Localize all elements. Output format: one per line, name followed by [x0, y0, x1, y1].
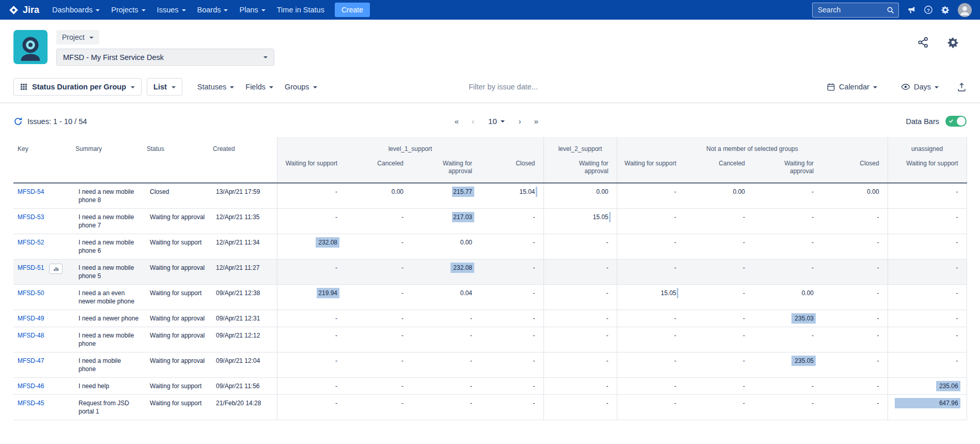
- nav-item-projects[interactable]: Projects: [105, 0, 151, 20]
- value-cell: -: [412, 378, 480, 395]
- value-cell: -: [617, 259, 685, 285]
- create-button[interactable]: Create: [335, 3, 370, 17]
- issue-key-link-mfsd-48[interactable]: MFSD-48: [18, 332, 44, 339]
- value-text: 217.03: [453, 213, 472, 221]
- table-row-mfsd-45: MFSD-45Request from JSD portal 1Waiting …: [13, 395, 967, 420]
- first-page-button[interactable]: «: [452, 117, 462, 126]
- column-header-level-1-support-canceled[interactable]: Canceled: [346, 156, 412, 183]
- value-cell: -: [822, 285, 888, 310]
- help-icon[interactable]: ?: [924, 5, 933, 14]
- nav-item-dashboards[interactable]: Dashboards: [46, 0, 105, 20]
- toolbar-menu-statuses[interactable]: Statuses: [192, 83, 240, 91]
- project-select-value: MFSD - My First Service Desk: [63, 53, 164, 62]
- search-box[interactable]: [812, 3, 899, 18]
- nav-item-boards[interactable]: Boards: [192, 0, 234, 20]
- project-type-dropdown[interactable]: Project: [56, 30, 99, 44]
- value-text: 232.08: [318, 239, 337, 246]
- column-header-not-a-member-of-selected-groups-closed[interactable]: Closed: [822, 156, 888, 183]
- value-cell: 0.00: [753, 285, 822, 310]
- value-cell: -: [346, 378, 412, 395]
- column-header-not-a-member-of-selected-groups-waiting-for-support[interactable]: Waiting for support: [617, 156, 685, 183]
- issue-key-link-mfsd-53[interactable]: MFSD-53: [18, 213, 44, 221]
- column-header-created[interactable]: Created: [209, 137, 277, 183]
- chart-icon-button[interactable]: [49, 264, 63, 274]
- nav-item-plans[interactable]: Plans: [234, 0, 271, 20]
- nav-item-label: Issues: [157, 6, 179, 14]
- report-type-dropdown[interactable]: Status Duration per Group: [13, 78, 142, 96]
- column-header-unassigned-waiting-for-support[interactable]: Waiting for support: [888, 156, 967, 183]
- value-text: -: [335, 332, 337, 339]
- export-icon[interactable]: [957, 82, 967, 92]
- toolbar-menu-groups[interactable]: Groups: [279, 83, 323, 91]
- project-select[interactable]: MFSD - My First Service Desk: [56, 49, 274, 66]
- value-cell: -: [617, 209, 685, 234]
- value-text: -: [877, 400, 879, 407]
- status-cell: Waiting for approval: [143, 310, 209, 327]
- user-avatar[interactable]: [958, 3, 972, 17]
- chevron-down-icon: [261, 9, 266, 11]
- value-text: -: [533, 289, 535, 297]
- issue-date-filter-input[interactable]: [468, 82, 589, 91]
- status-cell: Waiting for approval: [143, 353, 209, 378]
- settings-gear-icon[interactable]: [947, 36, 959, 49]
- share-icon[interactable]: [917, 36, 929, 49]
- time-unit-dropdown[interactable]: Days: [895, 82, 944, 91]
- column-header-summary[interactable]: Summary: [71, 137, 143, 183]
- value-cell: -: [822, 395, 888, 420]
- calendar-dropdown[interactable]: Calendar: [821, 83, 883, 91]
- issue-key-link-mfsd-49[interactable]: MFSD-49: [18, 315, 44, 322]
- next-page-button[interactable]: ›: [516, 117, 524, 126]
- value-cell: -: [480, 209, 543, 234]
- issue-key-link-mfsd-50[interactable]: MFSD-50: [18, 289, 44, 297]
- value-text: -: [335, 213, 337, 221]
- settings-icon[interactable]: [941, 5, 950, 14]
- summary-cell: I need a new mobile phone 5: [71, 259, 143, 285]
- nav-item-time-in-status[interactable]: Time in Status: [271, 0, 330, 20]
- value-text: -: [401, 332, 403, 339]
- nav-item-issues[interactable]: Issues: [151, 0, 192, 20]
- value-cell: -: [617, 395, 685, 420]
- announcements-icon[interactable]: [907, 5, 916, 14]
- project-type-label: Project: [62, 33, 85, 41]
- value-cell: -: [753, 183, 822, 209]
- column-header-not-a-member-of-selected-groups-canceled[interactable]: Canceled: [685, 156, 753, 183]
- issue-key-link-mfsd-51[interactable]: MFSD-51: [18, 264, 44, 271]
- table-row-mfsd-49: MFSD-49I need a newer phoneWaiting for a…: [13, 310, 967, 327]
- table-row-mfsd-46: MFSD-46I need helpWaiting for support09/…: [13, 378, 967, 395]
- last-page-button[interactable]: »: [531, 117, 541, 126]
- value-text: -: [674, 239, 676, 246]
- value-cell: -: [277, 183, 346, 209]
- status-cell: Waiting for support: [143, 395, 209, 420]
- issue-key-link-mfsd-54[interactable]: MFSD-54: [18, 188, 44, 195]
- value-text: -: [743, 213, 745, 221]
- value-cell: -: [543, 310, 617, 327]
- issue-key-link-mfsd-45[interactable]: MFSD-45: [18, 400, 44, 407]
- value-cell: 235.03: [753, 310, 822, 327]
- column-header-key[interactable]: Key: [13, 137, 71, 183]
- column-header-status[interactable]: Status: [143, 137, 209, 183]
- column-header-level-2-support-waiting-for-approval[interactable]: Waiting for approval: [543, 156, 617, 183]
- value-text: -: [812, 264, 814, 271]
- column-header-level-1-support-closed[interactable]: Closed: [480, 156, 543, 183]
- view-dropdown[interactable]: List: [147, 78, 182, 96]
- value-cell: -: [617, 327, 685, 353]
- chevron-down-icon: [182, 9, 186, 11]
- jira-logo[interactable]: Jira: [8, 5, 39, 16]
- column-header-level-1-support-waiting-for-approval[interactable]: Waiting for approval: [412, 156, 480, 183]
- issue-key-link-mfsd-52[interactable]: MFSD-52: [18, 239, 44, 246]
- column-header-level-1-support-waiting-for-support[interactable]: Waiting for support: [277, 156, 346, 183]
- value-text: 15.04: [520, 188, 535, 195]
- search-input[interactable]: [817, 5, 886, 14]
- prev-page-button[interactable]: ‹: [469, 117, 477, 126]
- header-actions: [917, 36, 967, 49]
- issue-key-link-mfsd-46[interactable]: MFSD-46: [18, 382, 44, 390]
- toolbar-menu-fields[interactable]: Fields: [240, 83, 279, 91]
- refresh-icon[interactable]: [13, 117, 23, 126]
- issue-key-link-mfsd-47[interactable]: MFSD-47: [18, 357, 44, 364]
- column-header-not-a-member-of-selected-groups-waiting-for-approval[interactable]: Waiting for approval: [753, 156, 822, 183]
- time-unit-label: Days: [914, 83, 931, 91]
- page-size-select[interactable]: 10: [488, 117, 505, 126]
- data-bars-toggle[interactable]: [945, 116, 967, 127]
- value-cell: -: [480, 259, 543, 285]
- value-cell: -: [480, 353, 543, 378]
